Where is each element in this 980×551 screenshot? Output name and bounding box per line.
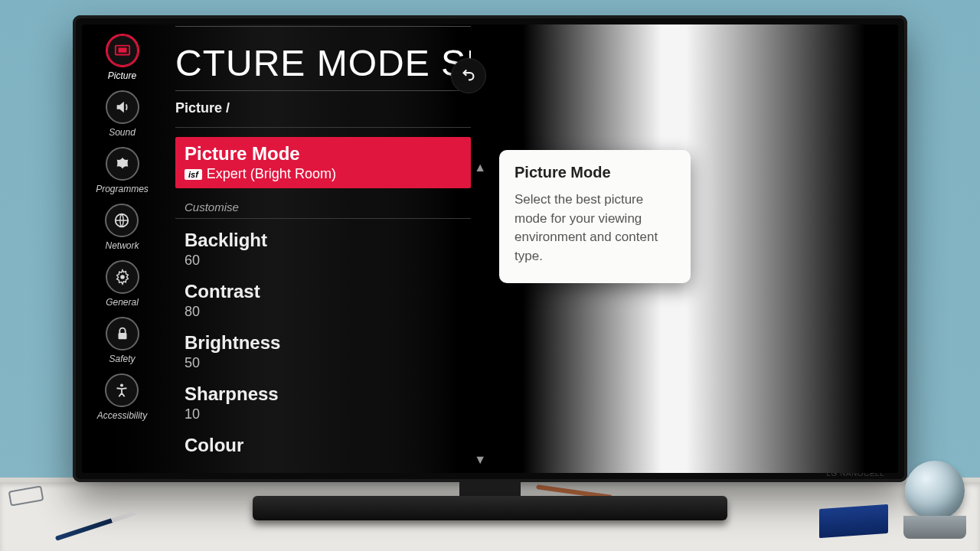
globe-prop bbox=[905, 461, 965, 520]
settings-panel: CTURE MODE SE Picture / Picture Mode isf… bbox=[166, 24, 480, 473]
back-button[interactable] bbox=[451, 58, 486, 93]
tv-stand-base bbox=[253, 496, 727, 520]
setting-value: 50 bbox=[185, 355, 462, 371]
setting-value: 80 bbox=[185, 304, 462, 320]
bluray-stack-prop bbox=[819, 504, 888, 538]
chevron-down-icon[interactable]: ▼ bbox=[474, 453, 486, 467]
sidebar-item-network[interactable]: Network bbox=[105, 204, 139, 251]
breadcrumb: Picture / bbox=[175, 97, 471, 127]
sound-icon bbox=[106, 90, 139, 124]
setting-label: Contrast bbox=[185, 281, 462, 302]
sidebar-item-sound[interactable]: Sound bbox=[106, 90, 139, 138]
sidebar-item-picture[interactable]: Picture bbox=[106, 34, 139, 81]
setting-label: Brightness bbox=[185, 332, 462, 354]
sidebar-item-label: Programmes bbox=[96, 184, 149, 194]
picture-icon bbox=[106, 34, 139, 67]
tv-frame: LG NANOCELL Picture Sound bbox=[73, 15, 907, 482]
setting-value: 10 bbox=[185, 406, 462, 422]
svg-rect-4 bbox=[118, 333, 126, 339]
programmes-icon bbox=[106, 147, 139, 181]
setting-value: Expert (Bright Room) bbox=[207, 166, 336, 181]
svg-point-3 bbox=[120, 275, 125, 279]
sidebar-item-label: Safety bbox=[109, 354, 135, 364]
setting-label: Picture Mode bbox=[185, 143, 462, 165]
globe-base-prop bbox=[903, 516, 966, 539]
sidebar-item-accessibility[interactable]: Accessibility bbox=[97, 373, 147, 421]
sidebar-item-label: Picture bbox=[108, 70, 136, 81]
sidebar-item-programmes[interactable]: Programmes bbox=[96, 147, 149, 194]
tv-screen: Picture Sound Programmes Network bbox=[82, 24, 898, 473]
network-icon bbox=[105, 204, 139, 237]
section-customise-heading: Customise bbox=[175, 188, 471, 219]
setting-colour[interactable]: Colour bbox=[175, 429, 471, 464]
accessibility-icon bbox=[105, 373, 139, 407]
setting-contrast[interactable]: Contrast 80 bbox=[175, 275, 471, 326]
svg-rect-1 bbox=[118, 47, 126, 52]
sidebar-item-label: Sound bbox=[109, 127, 136, 138]
setting-picture-mode[interactable]: Picture Mode isfExpert (Bright Room) bbox=[175, 137, 471, 188]
lock-icon bbox=[106, 317, 139, 350]
tv-stand-neck bbox=[459, 481, 521, 497]
setting-label: Colour bbox=[185, 435, 462, 456]
chevron-up-icon[interactable]: ▲ bbox=[474, 161, 486, 174]
sidebar-item-safety[interactable]: Safety bbox=[106, 317, 139, 364]
sidebar-item-label: Accessibility bbox=[97, 410, 147, 421]
settings-category-sidebar: Picture Sound Programmes Network bbox=[82, 24, 162, 473]
setting-sharpness[interactable]: Sharpness 10 bbox=[175, 377, 471, 429]
setting-backlight[interactable]: Backlight 60 bbox=[175, 223, 471, 275]
sidebar-item-label: General bbox=[106, 297, 139, 308]
sidebar-item-label: Network bbox=[105, 240, 139, 251]
gear-icon bbox=[106, 260, 139, 294]
undo-icon bbox=[460, 66, 477, 86]
sidebar-item-general[interactable]: General bbox=[106, 260, 139, 308]
page-title: CTURE MODE SE bbox=[175, 33, 471, 89]
help-tooltip: Picture Mode Select the best picture mod… bbox=[499, 150, 691, 283]
isf-badge: isf bbox=[185, 169, 202, 180]
svg-point-5 bbox=[120, 384, 123, 387]
tooltip-title: Picture Mode bbox=[514, 164, 675, 181]
setting-label: Sharpness bbox=[185, 383, 462, 405]
setting-brightness[interactable]: Brightness 50 bbox=[175, 326, 471, 377]
tooltip-body: Select the best picture mode for your vi… bbox=[514, 191, 675, 266]
setting-label: Backlight bbox=[185, 230, 462, 251]
setting-value: 60 bbox=[185, 253, 462, 269]
